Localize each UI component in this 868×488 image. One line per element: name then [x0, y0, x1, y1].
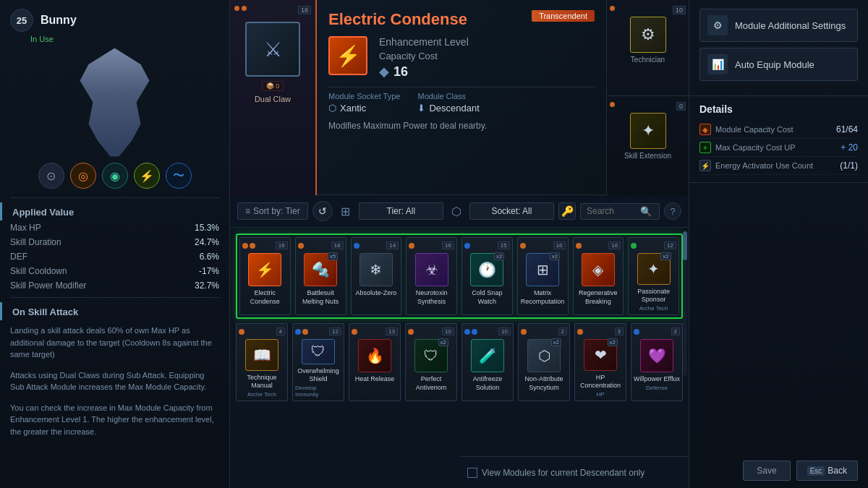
mod-tag-hp: HP	[596, 391, 604, 398]
mod-icon-cold: 🕐 x2	[470, 253, 503, 286]
mod-level-antifreeze: 10	[498, 328, 511, 335]
save-button[interactable]: Save	[743, 461, 790, 481]
mod-icon-passionate: ✦ x2	[637, 253, 671, 285]
mod-card-hp-concentration[interactable]: 3 ❤ x2 HP Concentration HP	[574, 323, 626, 401]
divider-1	[10, 197, 219, 198]
mod-level-cold: 15	[498, 241, 510, 249]
skill-icon-2[interactable]: ◎	[70, 163, 96, 189]
mod-name-hp: HP Concentration	[577, 374, 624, 390]
dot-t1	[239, 329, 244, 335]
divider-2	[10, 297, 219, 298]
descendant-filter-checkbox[interactable]: View Modules for current Descendant only	[467, 468, 644, 478]
mod-card-heat-release[interactable]: 13 🔥 Heat Release	[349, 323, 401, 401]
back-label: Back	[827, 466, 847, 476]
mod-x-hp: x2	[608, 338, 618, 346]
mod-card-passionate[interactable]: 12 ✦ x2 Passionate Sponsor Arche Tech	[628, 237, 679, 315]
mod-icon-electric: ⚡	[248, 253, 281, 286]
character-art	[0, 46, 229, 158]
search-icon: 🔍	[640, 206, 652, 217]
character-silhouette	[72, 48, 158, 157]
mini-slot-skill-extension[interactable]: 0 ✦ Skill Extension	[607, 96, 689, 192]
mod-tag-willpower: Defense	[646, 385, 668, 391]
checkbox-box[interactable]	[467, 468, 477, 478]
help-button[interactable]: ?	[664, 202, 681, 220]
mod-name-antifreeze: Antifreeze Solution	[464, 375, 511, 392]
mini-slot-technician[interactable]: 10 ⚙ Technician	[607, 0, 689, 96]
mod-card-matrix[interactable]: 16 ⊞ x2 Matrix Recomputation	[517, 237, 569, 315]
search-box[interactable]: 🔍	[580, 203, 660, 220]
socket-filter[interactable]: Socket: All	[469, 202, 554, 220]
scrollbar-track	[683, 231, 687, 376]
module-description: Modifies Maximum Power to deal nearby.	[328, 119, 595, 132]
mod-level-az: 14	[386, 241, 399, 249]
skill-icon-4[interactable]: ⚡	[134, 163, 160, 189]
mod-tag-overwhelming: Develop Immunity	[295, 385, 341, 398]
capacity-value: 16	[393, 64, 408, 80]
module-additional-settings-button[interactable]: ⚙ Module Additional Settings	[699, 9, 858, 42]
scrollbar-thumb[interactable]	[683, 231, 687, 260]
filter-bar: ≡ Sort by: Tier ↺ ⊞ Tier: All ⬡ Socket: …	[230, 195, 689, 228]
stat-row-maxhp: Max HP 15.3%	[0, 221, 229, 235]
mod-card-syncytium[interactable]: 2 ⬡ x2 Non-Attribute Syncytium	[518, 323, 570, 401]
mod-name-syncytium: Non-Attribute Syncytium	[521, 375, 567, 392]
sort-button[interactable]: ≡ Sort by: Tier	[237, 202, 308, 220]
mod-card-absolute-zero[interactable]: 14 ❄ Absolute-Zero	[351, 237, 402, 315]
search-input[interactable]	[587, 206, 637, 216]
mod-card-regen[interactable]: 16 ◈ Regenerative Breaking	[573, 237, 624, 315]
skill-icon-5[interactable]: 〜	[166, 163, 192, 189]
dot-az1	[354, 243, 359, 249]
dual-claw-icon: ⚔	[245, 22, 300, 77]
mod-name-antivenom: Perfect Antivenom	[408, 375, 454, 392]
module-detail-panel: Electric Condense Transcendent ⚡ Enhance…	[317, 0, 606, 195]
mod-card-overwhelming[interactable]: 12 🛡 Overwhelming Shield Develop Immunit…	[292, 323, 344, 401]
mod-card-electric-condense[interactable]: 16 ⚡ Electric Condense	[239, 237, 291, 315]
mod-level-technique: 4	[276, 328, 285, 335]
mod-card-antifreeze[interactable]: 10 🧪 Antifreeze Solution	[461, 323, 514, 401]
dot-b1	[298, 243, 304, 249]
mini-slot-1-name: Technician	[631, 56, 665, 64]
details-section: Details ◆ Module Capacity Cost 61/64 + M…	[689, 96, 868, 183]
mod-level-neuro: 16	[442, 241, 454, 249]
mod-tag-passionate: Arche Tech	[639, 305, 668, 312]
refresh-button[interactable]: ↺	[312, 201, 333, 221]
stat-label-duration: Skill Duration	[10, 237, 61, 247]
class-col: Module Class ⬇ Descendant	[417, 92, 479, 114]
mod-x-antivenom: x2	[438, 338, 448, 346]
dot-orange-1	[234, 6, 239, 11]
module-icon-center: ⚡	[328, 36, 367, 75]
auto-equip-button[interactable]: 📊 Auto Equip Module	[699, 48, 858, 81]
mod-card-neurotoxin[interactable]: 16 ☣ Neurotoxin Synthesis	[406, 237, 457, 315]
socket-icon: ⬡	[448, 202, 465, 220]
sort-icon: ≡	[245, 206, 250, 216]
mod-card-battlesuit[interactable]: 18 🔩 x5 Battlesuit Melting Nuts	[295, 237, 346, 315]
tier-filter[interactable]: Tier: All	[359, 202, 443, 220]
energy-activator-value: (1/1)	[840, 160, 858, 171]
mod-level-regen: 16	[608, 241, 621, 249]
module-info-area: 16 ⚔ 📦 0 Dual Claw Electric Condense Tra…	[230, 0, 689, 195]
mod-card-cold-snap[interactable]: 15 🕐 x2 Cold Snap Watch	[461, 237, 513, 315]
right-panel: ⚙ Module Additional Settings 📊 Auto Equi…	[689, 0, 868, 488]
mod-tag-technique: Arche Tech	[247, 391, 276, 398]
settings-icon: ⚙	[707, 15, 728, 35]
dot-orange-2	[242, 6, 247, 11]
mod-name-technique: Technique Manual	[239, 374, 285, 390]
skill-icon-1[interactable]: ⊙	[38, 163, 64, 189]
selected-row-cards: 16 ⚡ Electric Condense 18 🔩 x5	[239, 237, 679, 315]
mod-card-antivenom[interactable]: 10 🛡 x2 Perfect Antivenom	[405, 323, 457, 401]
dot-sy1	[521, 329, 527, 335]
mod-card-willpower[interactable]: 2 💜 Willpower Efflux Defense	[631, 323, 683, 401]
back-button[interactable]: Esc Back	[796, 461, 858, 481]
dot-2	[250, 243, 255, 249]
class-label: Module Class	[417, 92, 479, 100]
mod-x-cold: x2	[494, 252, 504, 260]
character-level: 25	[10, 9, 33, 32]
mini-slot-1-header: 10	[610, 6, 686, 14]
class-icon: ⬇	[417, 103, 425, 114]
dot-af1	[464, 329, 470, 335]
mod-level-passionate: 12	[664, 241, 676, 249]
character-header: 25 Bunny	[0, 0, 229, 38]
mod-card-technique[interactable]: 4 📖 Technique Manual Arche Tech	[236, 323, 288, 401]
mini-slot-1-cap: 10	[673, 6, 686, 14]
selected-module-slot[interactable]: 16 ⚔ 📦 0 Dual Claw	[230, 0, 317, 195]
skill-icon-3[interactable]: ◉	[102, 163, 128, 189]
